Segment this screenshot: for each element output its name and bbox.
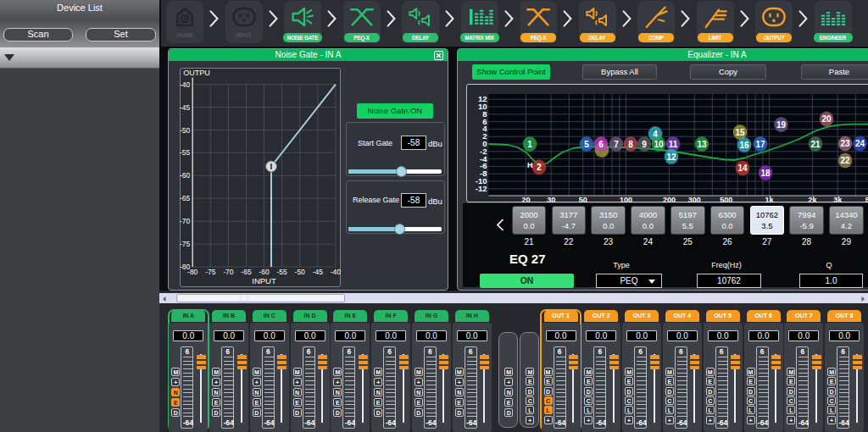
svg-text:-45: -45 (313, 268, 324, 276)
svg-text:-70: -70 (223, 268, 234, 276)
svg-text:10: 10 (654, 140, 664, 149)
svg-text:1: 1 (527, 140, 532, 149)
svg-text:24: 24 (855, 139, 865, 148)
svg-text:-80: -80 (187, 268, 198, 276)
svg-text:-45: -45 (180, 103, 191, 112)
svg-text:-60: -60 (180, 171, 191, 180)
svg-text:INPUT: INPUT (252, 276, 276, 285)
svg-text:-50: -50 (295, 268, 306, 276)
svg-text:19: 19 (776, 120, 787, 130)
svg-text:-12: -12 (476, 184, 487, 193)
svg-text:21: 21 (810, 140, 821, 149)
svg-text:2: 2 (537, 163, 542, 172)
svg-text:5: 5 (584, 140, 589, 149)
svg-text:22: 22 (840, 156, 850, 165)
svg-text:-40: -40 (180, 80, 191, 89)
svg-text:-50: -50 (180, 126, 191, 135)
svg-text:8: 8 (628, 140, 633, 149)
svg-text:-55: -55 (180, 148, 191, 157)
svg-text:-65: -65 (241, 268, 252, 276)
svg-text:15: 15 (735, 128, 745, 137)
svg-text:12: 12 (666, 152, 676, 162)
svg-text:11: 11 (669, 140, 678, 149)
svg-text:6: 6 (598, 140, 604, 149)
svg-text:-70: -70 (180, 217, 191, 225)
svg-text:7: 7 (614, 140, 619, 149)
svg-text:16: 16 (739, 141, 749, 150)
svg-text:9: 9 (642, 140, 647, 149)
svg-text:13: 13 (697, 140, 707, 149)
svg-text:-60: -60 (259, 268, 270, 276)
svg-text:18: 18 (760, 169, 771, 178)
svg-text:17: 17 (755, 140, 765, 149)
svg-text:-75: -75 (180, 240, 191, 248)
svg-text:-55: -55 (276, 268, 287, 276)
svg-text:14: 14 (737, 163, 748, 173)
svg-text:OUTPU: OUTPU (183, 69, 210, 77)
svg-text:23: 23 (840, 139, 850, 148)
svg-text:-75: -75 (205, 268, 216, 276)
svg-text:20: 20 (821, 114, 832, 124)
svg-text:-65: -65 (180, 194, 191, 202)
svg-text:-40: -40 (331, 268, 342, 276)
svg-text:H: H (527, 161, 533, 169)
